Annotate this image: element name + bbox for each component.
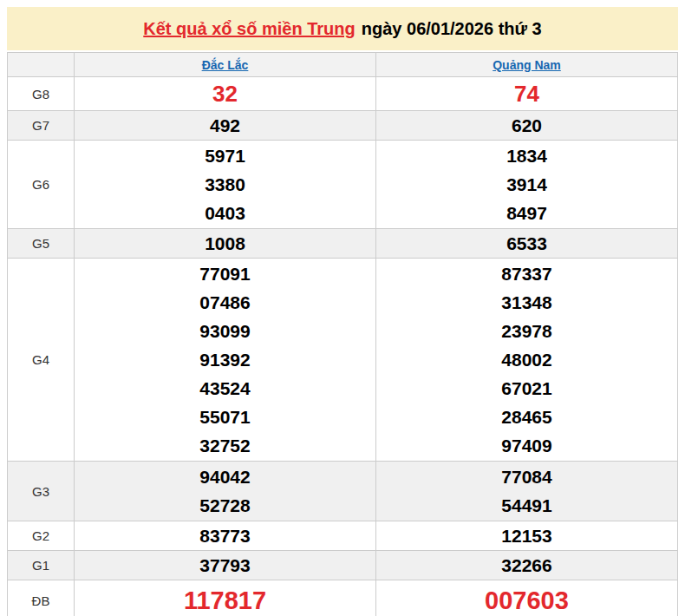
province-link-dac-lac[interactable]: Đắc Lắc xyxy=(202,58,249,72)
column-header-province-2: Quảng Nam xyxy=(376,53,678,77)
table-row: ĐB117817007603 xyxy=(8,580,678,616)
prize-cell: 77091074869309991392435245507132752 xyxy=(75,259,376,462)
prize-row-label: G8 xyxy=(8,77,75,111)
prize-number: 3380 xyxy=(75,170,375,199)
prize-number: 97409 xyxy=(376,431,677,460)
prize-number: 54491 xyxy=(376,491,677,520)
prize-cell: 6533 xyxy=(376,229,678,259)
prize-number: 6533 xyxy=(376,229,677,258)
prize-number: 117817 xyxy=(75,580,375,616)
title-region-link[interactable]: Kết quả xổ số miền Trung xyxy=(143,19,355,39)
prize-number: 52728 xyxy=(75,491,375,520)
title-date: ngày 06/01/2026 thứ 3 xyxy=(362,19,542,39)
prize-number: 31348 xyxy=(376,288,677,317)
prize-row-label: G1 xyxy=(8,551,75,580)
prize-number: 07486 xyxy=(75,288,375,317)
prize-row-label: G6 xyxy=(8,141,75,229)
prize-number: 0403 xyxy=(75,199,375,227)
prize-cell: 32 xyxy=(75,77,376,111)
prize-number: 12153 xyxy=(376,521,677,550)
prize-number: 3914 xyxy=(376,170,677,199)
table-row: G13779332266 xyxy=(8,551,678,580)
prize-number: 87337 xyxy=(376,259,677,288)
table-row: G28377312153 xyxy=(8,521,678,551)
prize-number: 91392 xyxy=(75,345,375,374)
table-row: G7492620 xyxy=(8,111,678,141)
prize-number: 492 xyxy=(75,111,375,140)
prize-number: 37793 xyxy=(75,551,375,580)
table-row: G394042527287708454491 xyxy=(8,462,678,521)
prize-cell: 9404252728 xyxy=(75,462,376,521)
prize-number: 007603 xyxy=(376,580,677,616)
prize-cell: 12153 xyxy=(376,521,678,551)
corner-cell xyxy=(8,53,75,77)
province-link-quang-nam[interactable]: Quảng Nam xyxy=(493,58,561,72)
prize-number: 32266 xyxy=(376,551,677,580)
prize-cell: 87337313482397848002670212846597409 xyxy=(376,259,678,462)
prize-cell: 117817 xyxy=(75,580,376,616)
prize-cell: 492 xyxy=(75,111,376,141)
prize-row-label: G2 xyxy=(8,521,75,551)
prize-cell: 83773 xyxy=(75,521,376,551)
page-title-banner: Kết quả xổ số miền Trung ngày 06/01/2026… xyxy=(7,7,678,50)
prize-number: 94042 xyxy=(75,462,375,491)
prize-number: 620 xyxy=(376,111,677,140)
prize-row-label: G4 xyxy=(8,259,75,462)
prize-cell: 1008 xyxy=(75,229,376,259)
prize-number: 93099 xyxy=(75,317,375,345)
prize-number: 5971 xyxy=(75,141,375,170)
prize-cell: 37793 xyxy=(75,551,376,580)
prize-cell: 597133800403 xyxy=(75,141,376,229)
column-header-province-1: Đắc Lắc xyxy=(75,53,376,77)
prize-row-label: ĐB xyxy=(8,580,75,616)
column-header-row: Đắc Lắc Quảng Nam xyxy=(8,53,678,77)
prize-number: 55071 xyxy=(75,403,375,431)
prize-number: 77091 xyxy=(75,259,375,288)
prize-cell: 74 xyxy=(376,77,678,111)
prize-cell: 620 xyxy=(376,111,678,141)
prize-number: 1008 xyxy=(75,229,375,258)
table-row: G83274 xyxy=(8,77,678,111)
lottery-results-table: Đắc Lắc Quảng Nam G83274G7492620G6597133… xyxy=(7,52,678,616)
prize-number: 48002 xyxy=(376,345,677,374)
table-row: G6597133800403183439148497 xyxy=(8,141,678,229)
prize-number: 77084 xyxy=(376,462,677,491)
prize-number: 1834 xyxy=(376,141,677,170)
prize-row-label: G7 xyxy=(8,111,75,141)
prize-number: 83773 xyxy=(75,521,375,550)
table-row: G510086533 xyxy=(8,229,678,259)
prize-number: 28465 xyxy=(376,403,677,431)
prize-cell: 7708454491 xyxy=(376,462,678,521)
prize-cell: 007603 xyxy=(376,580,678,616)
prize-number: 67021 xyxy=(376,374,677,403)
prize-number: 43524 xyxy=(75,374,375,403)
prize-row-label: G3 xyxy=(8,462,75,521)
prize-row-label: G5 xyxy=(8,229,75,259)
prize-number: 32752 xyxy=(75,431,375,460)
prize-number: 32 xyxy=(75,77,375,110)
table-row: G477091074869309991392435245507132752873… xyxy=(8,259,678,462)
prize-cell: 183439148497 xyxy=(376,141,678,229)
prize-cell: 32266 xyxy=(376,551,678,580)
prize-number: 74 xyxy=(376,77,677,110)
prize-number: 23978 xyxy=(376,317,677,345)
prize-number: 8497 xyxy=(376,199,677,227)
